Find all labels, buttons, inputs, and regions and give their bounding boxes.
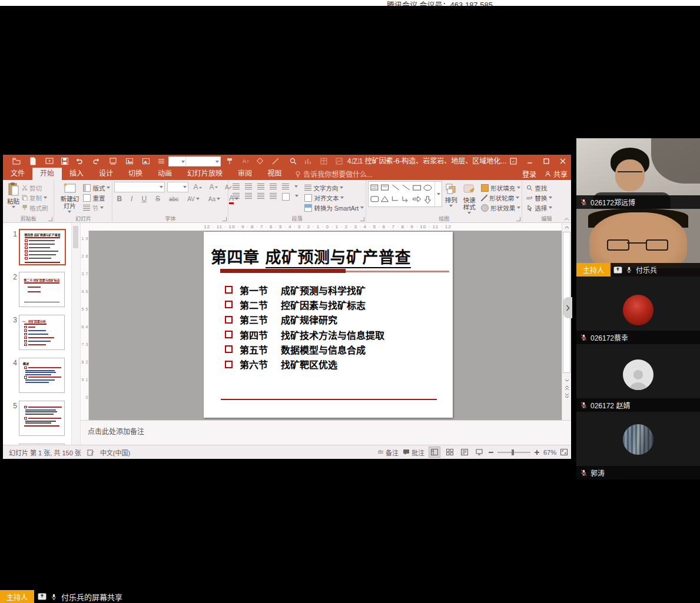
comments-toggle-button[interactable]: 批注	[403, 448, 424, 457]
slide-sorter-view-button[interactable]	[444, 447, 455, 457]
minimize-button[interactable]	[522, 155, 538, 168]
tab-view[interactable]: 视图	[260, 168, 289, 180]
screenshot-icon[interactable]	[142, 157, 150, 165]
collapse-ribbon-button[interactable]	[564, 217, 569, 221]
font-size-combo[interactable]	[167, 182, 188, 192]
zoom-out-button[interactable]	[489, 452, 493, 453]
video-tile-3[interactable]: 026172蔡幸	[576, 276, 700, 344]
qat-font-size-combo[interactable]	[185, 156, 221, 166]
font-name-combo[interactable]	[114, 182, 165, 192]
notes-toggle-button[interactable]: 备注	[377, 448, 399, 457]
video-tile-2[interactable]: 主持人 付乐兵	[576, 209, 700, 276]
numbering-button[interactable]	[245, 184, 252, 189]
align-left-button[interactable]	[233, 193, 240, 199]
search-icon[interactable]	[289, 157, 297, 165]
replace-button[interactable]: ab替换	[526, 193, 552, 202]
italic-button[interactable]: I	[128, 195, 135, 203]
proofing-icon[interactable]	[87, 449, 94, 456]
tab-file[interactable]: 文件	[3, 168, 32, 180]
find-button[interactable]: 查找	[526, 183, 552, 192]
justify-button[interactable]	[270, 193, 277, 199]
picture-icon[interactable]	[125, 157, 134, 165]
text-shadow-button[interactable]: abc	[167, 196, 181, 202]
tab-design[interactable]: 设计	[91, 168, 121, 180]
slide-canvas[interactable]: 第四章成矿预测与矿产普查 第一节成矿预测与科学找矿 第二节控矿因素与找矿标志 第…	[89, 231, 562, 420]
slide-1[interactable]: 第四章成矿预测与矿产普查 第一节成矿预测与科学找矿 第二节控矿因素与找矿标志 第…	[204, 232, 453, 418]
chart-icon[interactable]	[304, 157, 313, 165]
change-case-button[interactable]: Aa	[206, 196, 223, 202]
align-center-button[interactable]	[245, 193, 252, 199]
scroll-down-icon[interactable]	[563, 377, 570, 384]
undo-icon[interactable]	[75, 157, 83, 165]
grow-font-button[interactable]: A	[191, 183, 204, 191]
horizontal-ruler[interactable]: 12 · 11 · 10 · 9 · 8 · 7 · 6 · 5 · 4 · 3…	[81, 223, 562, 231]
paragraph-dialog-launcher[interactable]	[360, 217, 364, 221]
tab-home[interactable]: 开始	[32, 168, 62, 180]
tab-review[interactable]: 审阅	[230, 168, 260, 180]
reading-view-button[interactable]	[459, 447, 470, 457]
next-slide-button[interactable]	[563, 392, 570, 399]
shapes-gallery-more[interactable]	[434, 182, 442, 206]
vertical-ruler[interactable]: 9 8 7 6 5 4 3 2 1 0 1 2 3 4 5 6 7 8 9	[81, 231, 89, 420]
tab-insert[interactable]: 插入	[62, 168, 91, 180]
ribbon-display-options-button[interactable]	[505, 155, 522, 168]
quick-styles-button[interactable]: 快速样式	[460, 181, 479, 215]
save-icon[interactable]	[61, 157, 69, 165]
qat-font-name-combo[interactable]	[168, 156, 187, 166]
tab-animations[interactable]: 动画	[150, 168, 180, 180]
start-slideshow-icon[interactable]	[45, 157, 54, 165]
slide-scrollbar[interactable]	[562, 223, 571, 420]
drawing-dialog-launcher[interactable]	[516, 217, 520, 221]
scroll-up-icon[interactable]	[563, 223, 570, 231]
new-slide-button[interactable]: 新建幻灯片	[56, 181, 83, 214]
underline-button[interactable]: U	[139, 195, 149, 203]
columns-caret[interactable]	[295, 195, 298, 197]
shapes-gallery[interactable]	[368, 181, 442, 207]
convert-smartart-button[interactable]: 转换为 SmartArt	[304, 203, 364, 212]
open-folder-icon[interactable]	[12, 157, 21, 165]
maximize-button[interactable]	[538, 155, 555, 168]
strikethrough-button[interactable]: S	[153, 195, 162, 203]
normal-view-button[interactable]	[429, 447, 440, 458]
cut-button[interactable]: 剪切	[22, 183, 48, 192]
fit-to-window-icon[interactable]	[560, 449, 568, 455]
paste-button[interactable]: 粘贴	[5, 181, 22, 209]
align-text-button[interactable]: 对齐文本	[304, 193, 364, 202]
video-tile-4[interactable]: 026172 赵婧	[576, 344, 700, 412]
shape-fill-button[interactable]: 形状填充	[481, 183, 520, 192]
bold-button[interactable]: B	[114, 195, 124, 203]
sign-in-link[interactable]: 登录	[522, 169, 536, 179]
close-button[interactable]	[555, 155, 571, 168]
zoom-slider-thumb[interactable]	[512, 449, 514, 455]
character-spacing-button[interactable]: AV	[185, 196, 202, 202]
text-direction-button[interactable]: 文字方向	[304, 183, 364, 192]
copy-button[interactable]: 复制	[22, 193, 48, 202]
zoom-level[interactable]: 67%	[543, 449, 556, 456]
line-spacing-button[interactable]	[282, 184, 289, 189]
table-add-icon[interactable]	[320, 157, 328, 165]
share-button[interactable]: 共享	[545, 169, 568, 179]
thumbnail-scrollbar[interactable]	[71, 223, 81, 445]
increase-indent-button[interactable]	[270, 184, 277, 189]
zoom-slider[interactable]	[497, 452, 530, 453]
section-button[interactable]: 节	[83, 203, 110, 212]
print-preview-icon[interactable]	[109, 157, 117, 165]
redo-icon[interactable]	[92, 157, 101, 165]
slideshow-view-button[interactable]	[474, 447, 485, 457]
collapse-sidebar-handle[interactable]	[563, 297, 572, 318]
format-painter-button[interactable]: 格式刷	[22, 203, 48, 212]
font-color-icon[interactable]: A	[241, 157, 249, 165]
new-file-icon[interactable]	[29, 157, 37, 165]
bullets-button[interactable]	[233, 184, 240, 189]
shape-outline-icon[interactable]	[271, 157, 280, 165]
tell-me-box[interactable]: 告诉我你想要做什么...	[289, 168, 379, 180]
language-indicator[interactable]: 中文(中国)	[100, 448, 130, 457]
previous-slide-button[interactable]	[563, 384, 570, 392]
decrease-indent-button[interactable]	[257, 184, 264, 189]
align-right-button[interactable]	[257, 193, 264, 199]
shrink-font-button[interactable]: A	[207, 183, 220, 191]
columns-button[interactable]	[282, 193, 290, 201]
zoom-in-button[interactable]	[535, 450, 539, 455]
clipboard-dialog-launcher[interactable]	[48, 217, 52, 221]
line-spacing-caret[interactable]	[294, 185, 298, 188]
